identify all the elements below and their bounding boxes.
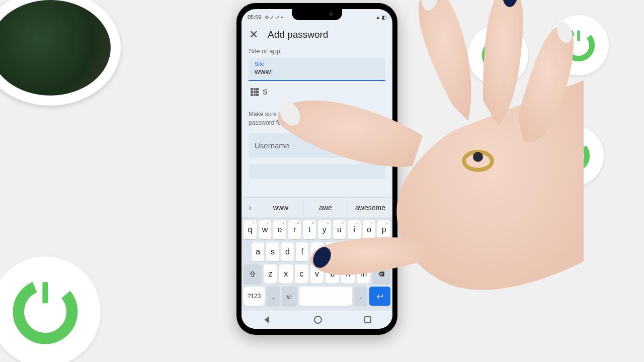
- phone-frame: 05:59 ⚙ ✓ ✓ • ▲ ◧ ✕ Add password Site or…: [236, 3, 397, 335]
- nav-home-icon[interactable]: [314, 316, 322, 324]
- svg-rect-3: [577, 31, 580, 41]
- svg-point-14: [473, 152, 483, 162]
- site-field-label: Site: [255, 61, 379, 67]
- site-field[interactable]: Site www: [249, 58, 385, 81]
- key-r[interactable]: r4: [288, 220, 301, 239]
- key-e[interactable]: e3: [273, 220, 286, 239]
- username-placeholder: Username: [255, 141, 289, 150]
- comma-key[interactable]: ,: [267, 287, 280, 306]
- key-a[interactable]: a: [252, 242, 264, 261]
- site-field-value: www: [255, 67, 379, 76]
- keyboard-suggestion-bar: › wwwaweawesome: [242, 197, 392, 217]
- status-icons-right: ▲ ◧: [375, 15, 386, 20]
- logo-chip: [0, 256, 101, 362]
- site-section-label: Site or app: [249, 47, 385, 55]
- nav-back-icon[interactable]: [263, 315, 272, 324]
- key-t[interactable]: t5: [303, 220, 316, 239]
- key-x[interactable]: x: [279, 264, 293, 284]
- soft-keyboard: q1w2e3r4t5y6u7i8o9p0 asdfghjkl zxcvbnm ?…: [242, 217, 392, 311]
- svg-rect-7: [42, 282, 48, 303]
- key-v[interactable]: v: [310, 264, 324, 284]
- key-w[interactable]: w2: [259, 220, 272, 239]
- key-z[interactable]: z: [264, 264, 277, 284]
- save-hint: Make sure that you're saving your curren…: [249, 110, 385, 127]
- key-p[interactable]: p0: [377, 220, 390, 239]
- key-u[interactable]: u7: [333, 220, 346, 239]
- page-title: Add password: [268, 29, 328, 40]
- chevron-right-icon[interactable]: ›: [242, 203, 259, 212]
- key-s[interactable]: s: [266, 242, 279, 261]
- status-icons-left: ⚙ ✓ ✓ •: [265, 15, 283, 20]
- suggestion-item[interactable]: awe: [303, 199, 348, 217]
- password-field[interactable]: [249, 164, 385, 179]
- app-header: ✕ Add password: [242, 23, 392, 47]
- key-f[interactable]: f: [296, 242, 308, 261]
- backspace-key[interactable]: [372, 264, 390, 284]
- svg-point-9: [420, 0, 440, 12]
- shift-key[interactable]: [244, 264, 262, 284]
- key-c[interactable]: c: [295, 264, 308, 284]
- username-field[interactable]: Username: [249, 133, 385, 158]
- site-suggestion-text: S: [263, 88, 267, 96]
- logo-chip: [543, 126, 604, 186]
- svg-point-13: [464, 152, 492, 170]
- key-d[interactable]: d: [281, 242, 294, 261]
- apps-grid-icon: [251, 88, 259, 96]
- svg-rect-5: [572, 141, 575, 152]
- key-n[interactable]: n: [341, 264, 355, 284]
- key-q[interactable]: q1: [244, 220, 257, 239]
- android-nav-bar: [242, 311, 392, 329]
- key-h[interactable]: h: [326, 242, 338, 261]
- key-b[interactable]: b: [326, 264, 339, 284]
- key-m[interactable]: m: [357, 264, 370, 284]
- svg-rect-1: [497, 41, 500, 51]
- symbols-key[interactable]: ?123: [244, 287, 265, 306]
- key-l[interactable]: l: [370, 242, 382, 261]
- status-time: 05:59: [248, 14, 262, 20]
- camera-notch: [292, 9, 342, 20]
- logo-chip: [468, 25, 528, 85]
- close-icon[interactable]: ✕: [249, 29, 259, 40]
- period-key[interactable]: .: [354, 287, 367, 306]
- form-content: Site or app Site www S Make sure that yo…: [242, 47, 392, 197]
- space-key[interactable]: [299, 287, 352, 306]
- enter-key[interactable]: [369, 287, 390, 306]
- key-k[interactable]: k: [355, 242, 367, 261]
- plant-decor: [0, 0, 121, 106]
- nav-recent-icon[interactable]: [364, 316, 371, 323]
- site-suggestion-row[interactable]: S: [249, 83, 385, 101]
- key-o[interactable]: o9: [363, 220, 376, 239]
- suggestion-item[interactable]: awesome: [348, 199, 392, 217]
- emoji-key[interactable]: ☺: [282, 287, 297, 306]
- suggestion-item[interactable]: www: [259, 199, 303, 217]
- key-g[interactable]: g: [310, 242, 323, 261]
- key-j[interactable]: j: [340, 242, 353, 261]
- logo-chip: [548, 15, 609, 75]
- key-y[interactable]: y6: [318, 220, 331, 239]
- key-i[interactable]: i8: [348, 220, 361, 239]
- svg-point-10: [502, 0, 518, 8]
- phone-screen: 05:59 ⚙ ✓ ✓ • ▲ ◧ ✕ Add password Site or…: [242, 9, 392, 329]
